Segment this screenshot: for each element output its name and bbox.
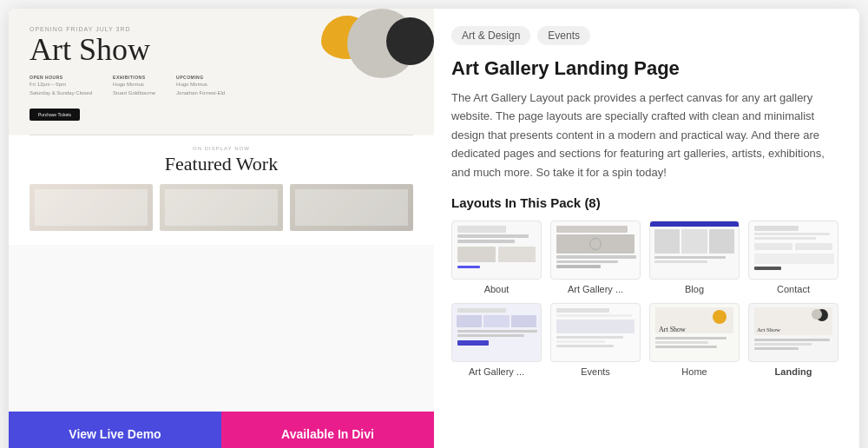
layout-home[interactable]: Art Show Home bbox=[649, 303, 740, 377]
layout-events[interactable]: Events bbox=[550, 303, 641, 377]
layout-thumb-gallery2 bbox=[451, 303, 542, 362]
info-upcoming: Upcoming Hugo MomusJonathan Forrest-Eld bbox=[176, 74, 225, 97]
tag-events[interactable]: Events bbox=[537, 26, 590, 45]
layout-label-about: About bbox=[484, 284, 510, 294]
layouts-grid: About Art Gallery ... bbox=[451, 221, 838, 377]
layout-label-gallery: Art Gallery ... bbox=[568, 284, 623, 294]
layout-gallery2[interactable]: Art Gallery ... bbox=[451, 303, 542, 377]
layouts-heading: Layouts In This Pack (8) bbox=[451, 195, 838, 210]
available-in-divi-button[interactable]: Available In Divi bbox=[221, 412, 434, 448]
open-hours-label: Open Hours bbox=[30, 74, 92, 81]
tags-row: Art & Design Events bbox=[451, 26, 838, 45]
layout-thumb-events bbox=[550, 303, 641, 362]
decorative-shapes bbox=[278, 9, 434, 96]
layout-thumb-landing: Art Show bbox=[748, 303, 838, 362]
layout-label-events: Events bbox=[581, 366, 610, 377]
purchase-tickets-btn[interactable]: Purchase Tickets bbox=[30, 109, 80, 121]
layout-thumb-gallery bbox=[550, 221, 641, 280]
mockup-bottom: On Display Now Featured Work bbox=[9, 135, 434, 245]
info-open-hours: Open Hours Fri 12pm – 6pmSaturday & Sund… bbox=[30, 74, 92, 97]
main-container: Opening Friday July 3rd Art Show Open Ho… bbox=[9, 9, 859, 448]
preview-area: Opening Friday July 3rd Art Show Open Ho… bbox=[9, 9, 434, 412]
layout-label-landing: Landing bbox=[775, 366, 812, 377]
layout-blog[interactable]: Blog bbox=[649, 221, 740, 294]
layout-contact[interactable]: Contact bbox=[748, 221, 838, 294]
exhibitions-value: Hugo MomusStuart Goldbourne bbox=[113, 81, 155, 97]
layout-about[interactable]: About bbox=[451, 221, 542, 294]
dark-shape bbox=[386, 17, 434, 65]
exhibitions-label: Exhibitions bbox=[113, 74, 155, 81]
bottom-buttons: View Live Demo Available In Divi bbox=[9, 412, 434, 448]
thumb-2 bbox=[160, 184, 283, 231]
thumb-3 bbox=[290, 184, 413, 231]
layout-label-contact: Contact bbox=[777, 284, 810, 294]
layout-thumb-contact bbox=[748, 221, 838, 280]
tag-art-design[interactable]: Art & Design bbox=[451, 26, 530, 45]
layout-label-home: Home bbox=[681, 366, 707, 377]
left-panel: Opening Friday July 3rd Art Show Open Ho… bbox=[9, 9, 434, 448]
view-live-demo-button[interactable]: View Live Demo bbox=[9, 412, 221, 448]
info-exhibitions: Exhibitions Hugo MomusStuart Goldbourne bbox=[113, 74, 155, 97]
layout-thumb-about bbox=[451, 221, 542, 280]
mockup-top: Opening Friday July 3rd Art Show Open Ho… bbox=[9, 9, 434, 135]
layout-label-blog: Blog bbox=[685, 284, 704, 294]
thumb-1 bbox=[30, 184, 153, 231]
page-description: The Art Gallery Layout pack provides a p… bbox=[451, 89, 838, 181]
featured-thumbnails bbox=[30, 184, 413, 231]
featured-sub: On Display Now bbox=[30, 146, 413, 151]
featured-title: Featured Work bbox=[30, 153, 413, 175]
layout-label-gallery2: Art Gallery ... bbox=[469, 366, 524, 377]
page-title: Art Gallery Landing Page bbox=[451, 57, 838, 80]
upcoming-value: Hugo MomusJonathan Forrest-Eld bbox=[176, 81, 225, 97]
layout-thumb-home: Art Show bbox=[649, 303, 740, 362]
layout-landing[interactable]: Art Show Landing bbox=[748, 303, 838, 377]
upcoming-label: Upcoming bbox=[176, 74, 225, 81]
layout-thumb-blog bbox=[649, 221, 740, 280]
open-hours-value: Fri 12pm – 6pmSaturday & Sunday Closed bbox=[30, 81, 92, 97]
layout-gallery[interactable]: Art Gallery ... bbox=[550, 221, 641, 294]
right-panel: Art & Design Events Art Gallery Landing … bbox=[434, 9, 859, 448]
